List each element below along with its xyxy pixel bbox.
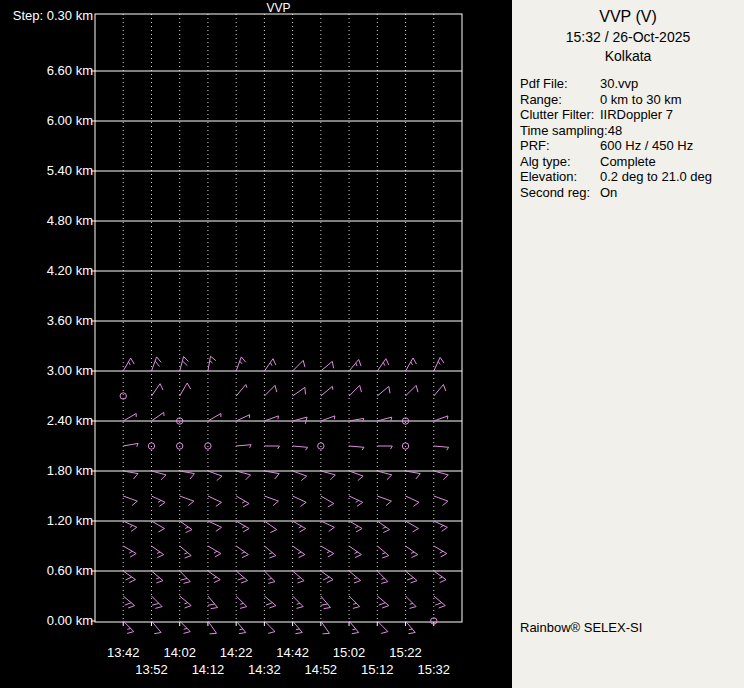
x-axis-label: 15:12 [347, 662, 407, 677]
x-axis-label: 15:32 [404, 662, 464, 677]
parameter-label: Time sampling: [520, 123, 608, 139]
y-axis-label: 6.60 km [0, 63, 93, 79]
parameter-row: Elevation:0.2 deg to 21.0 deg [520, 169, 744, 185]
x-axis-label: 14:22 [206, 645, 266, 660]
parameter-label: Second reg: [520, 185, 600, 201]
y-axis-label: 0.60 km [0, 563, 93, 579]
wind-profile-plot: VVP Step: 0.30 km 6.60 km6.00 km5.40 km4… [0, 0, 512, 688]
parameter-row: Pdf File:30.vvp [520, 76, 744, 92]
parameter-row: Alg type:Complete [520, 154, 744, 170]
x-axis-label: 14:52 [291, 662, 351, 677]
x-axis-label: 13:42 [93, 645, 153, 660]
y-axis-label: 3.60 km [0, 313, 93, 329]
parameter-value: 0 km to 30 km [600, 92, 682, 108]
parameter-value: 0.2 deg to 21.0 deg [600, 169, 712, 185]
branding-text: Rainbow® SELEX-SI [520, 620, 642, 635]
x-axis-label: 15:22 [376, 645, 436, 660]
y-axis-label: 3.00 km [0, 363, 93, 379]
x-axis-label: 14:32 [234, 662, 294, 677]
parameter-row: Range:0 km to 30 km [520, 92, 744, 108]
parameter-value: On [600, 185, 617, 201]
x-axis-label: 15:02 [319, 645, 379, 660]
x-axis-label: 13:52 [121, 662, 181, 677]
parameter-label: PRF: [520, 138, 600, 154]
parameter-row: Time sampling:48 [520, 123, 744, 139]
y-axis-label: 1.80 km [0, 463, 93, 479]
site-name: Kolkata [512, 48, 744, 64]
product-parameters: Pdf File:30.vvpRange:0 km to 30 kmClutte… [520, 76, 744, 200]
parameter-value: 30.vvp [600, 76, 638, 92]
parameter-value: 48 [608, 123, 622, 139]
x-axis-label: 14:12 [178, 662, 238, 677]
parameter-label: Pdf File: [520, 76, 600, 92]
y-axis-label: 4.80 km [0, 213, 93, 229]
product-title: VVP (V) [512, 8, 744, 26]
wind-barb-chart [0, 0, 512, 688]
y-axis-label: 2.40 km [0, 413, 93, 429]
x-axis-label: 14:02 [150, 645, 210, 660]
y-axis-label: 5.40 km [0, 163, 93, 179]
y-axis-label: 6.00 km [0, 113, 93, 129]
timestamp: 15:32 / 26-Oct-2025 [512, 29, 744, 45]
y-axis-label: 1.20 km [0, 513, 93, 529]
y-axis-label: 4.20 km [0, 263, 93, 279]
parameter-value: 600 Hz / 450 Hz [600, 138, 693, 154]
parameter-row: Second reg:On [520, 185, 744, 201]
parameter-value: Complete [600, 154, 656, 170]
parameter-row: PRF:600 Hz / 450 Hz [520, 138, 744, 154]
parameter-label: Alg type: [520, 154, 600, 170]
info-panel: VVP (V) 15:32 / 26-Oct-2025 Kolkata Pdf … [512, 0, 744, 688]
parameter-row: Clutter Filter:IIRDoppler 7 [520, 107, 744, 123]
parameter-label: Clutter Filter: [520, 107, 600, 123]
parameter-label: Elevation: [520, 169, 600, 185]
vvp-window: VVP Step: 0.30 km 6.60 km6.00 km5.40 km4… [0, 0, 744, 688]
x-axis-label: 14:42 [263, 645, 323, 660]
y-axis-label: 0.00 km [0, 613, 93, 629]
parameter-label: Range: [520, 92, 600, 108]
parameter-value: IIRDoppler 7 [600, 107, 673, 123]
